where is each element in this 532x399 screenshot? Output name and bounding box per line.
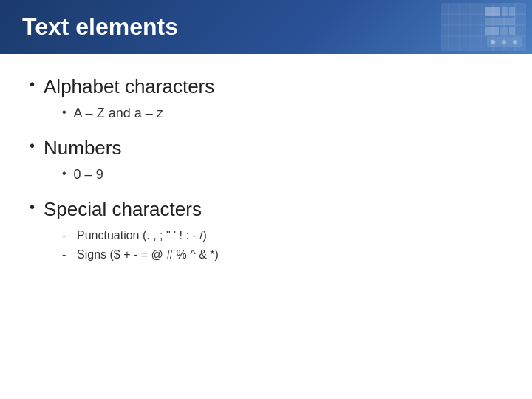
dash-punctuation: - Punctuation (. , ; " ' ! : - /) [62,227,502,245]
bullet-dot-alphabet: • [30,75,35,94]
sub-bullet-09: • 0 – 9 [62,166,502,184]
alphabet-label: Alphabet characters [44,75,214,100]
az-text: A – Z and a – z [74,104,163,123]
svg-rect-11 [485,7,500,16]
svg-rect-17 [509,27,515,35]
svg-point-21 [513,40,517,44]
sub-dot-az: • [62,104,66,120]
dash-char-2: - [62,246,69,264]
section-special: • Special characters - Punctuation (. , … [30,197,502,264]
svg-rect-13 [509,7,515,16]
svg-rect-14 [485,18,515,25]
main-bullet-alphabet: • Alphabet characters [30,75,502,100]
svg-rect-12 [502,7,508,16]
section-numbers: • Numbers • 0 – 9 [30,136,502,184]
slide: Text elements [0,0,532,399]
slide-content: • Alphabet characters • A – Z and a – z … [0,54,532,292]
bullet-dot-numbers: • [30,136,35,155]
main-bullet-numbers: • Numbers [30,136,502,161]
main-bullet-special: • Special characters [30,197,502,222]
svg-point-20 [502,40,506,44]
svg-point-19 [491,40,495,44]
svg-rect-16 [500,27,508,35]
section-alphabet: • Alphabet characters • A – Z and a – z [30,75,502,123]
bullet-dot-special: • [30,197,35,216]
special-label: Special characters [44,197,202,222]
punctuation-text: Punctuation (. , ; " ' ! : - /) [77,227,207,245]
dash-signs: - Signs ($ + - = @ # % ^ & *) [62,246,502,264]
dash-char-1: - [62,227,69,245]
sub-dot-09: • [62,166,66,182]
corner-decoration [441,3,526,54]
numbers-label: Numbers [44,136,121,161]
svg-rect-15 [485,27,499,35]
signs-text: Signs ($ + - = @ # % ^ & *) [77,246,219,264]
sub-bullet-az: • A – Z and a – z [62,104,502,123]
slide-header: Text elements [0,0,532,54]
slide-title: Text elements [22,13,178,41]
09-text: 0 – 9 [74,166,103,184]
